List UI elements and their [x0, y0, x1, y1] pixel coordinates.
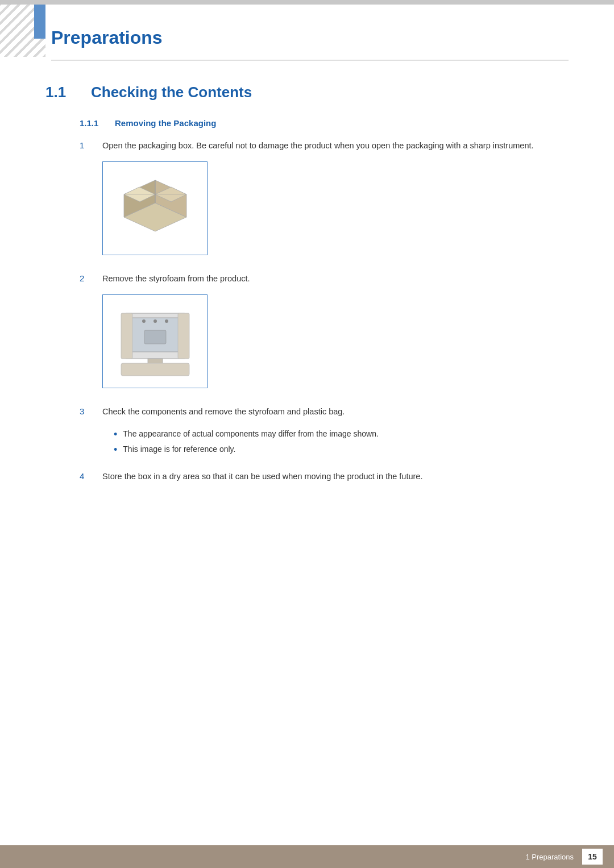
page-content: Preparations 1.1 Checking the Contents 1… [0, 5, 614, 549]
step-1-image [102, 161, 208, 255]
monitor-svg [113, 302, 198, 381]
footer-page-number: 15 [582, 849, 603, 865]
section-heading: 1.1 Checking the Contents [45, 84, 569, 101]
step-4-text: Store the box in a dry area so that it c… [102, 470, 569, 483]
step-4: 4 Store the box in a dry area so that it… [80, 470, 569, 492]
step-2-content: Remove the styrofoam from the product. [102, 272, 569, 394]
step-2-text: Remove the styrofoam from the product. [102, 272, 569, 285]
bullet-item-2: • This image is for reference only. [114, 443, 569, 455]
step-3: 3 Check the components and remove the st… [80, 405, 569, 458]
step-2-number: 2 [80, 272, 91, 283]
svg-rect-17 [144, 330, 166, 344]
box-svg [113, 172, 198, 246]
step-4-content: Store the box in a dry area so that it c… [102, 470, 569, 492]
steps-container: 1 Open the packaging box. Be careful not… [80, 139, 569, 492]
svg-rect-12 [121, 313, 132, 359]
step-1-text: Open the packaging box. Be careful not t… [102, 139, 569, 152]
page-footer: 1 Preparations 15 [0, 845, 614, 868]
bullet-dot-2: • [114, 445, 117, 455]
subsection-heading: 1.1.1 Removing the Packaging [80, 118, 569, 128]
svg-rect-11 [121, 363, 189, 376]
step-3-bullets: • The appearance of actual components ma… [114, 428, 569, 455]
footer-text: 1 Preparations [525, 853, 574, 861]
chapter-title: Preparations [51, 16, 569, 61]
bullet-text-1: The appearance of actual components may … [123, 428, 379, 440]
svg-point-16 [165, 319, 168, 323]
subsection-title: Removing the Packaging [115, 118, 216, 128]
step-1-number: 1 [80, 139, 91, 150]
bullet-dot-1: • [114, 429, 117, 439]
bullet-item-1: • The appearance of actual components ma… [114, 428, 569, 440]
step-3-number: 3 [80, 405, 91, 416]
svg-rect-13 [178, 313, 189, 359]
step-4-number: 4 [80, 470, 91, 481]
svg-point-14 [142, 319, 146, 323]
step-1: 1 Open the packaging box. Be careful not… [80, 139, 569, 261]
top-bar [0, 0, 614, 5]
step-3-content: Check the components and remove the styr… [102, 405, 569, 458]
step-1-content: Open the packaging box. Be careful not t… [102, 139, 569, 261]
bullet-text-2: This image is for reference only. [123, 443, 235, 455]
subsection-number: 1.1.1 [80, 118, 108, 128]
step-2-image [102, 294, 208, 388]
step-2: 2 Remove the styrofoam from the product. [80, 272, 569, 394]
section-number: 1.1 [45, 84, 80, 101]
step-3-text: Check the components and remove the styr… [102, 405, 569, 418]
section-title: Checking the Contents [91, 84, 252, 101]
svg-point-15 [154, 319, 157, 323]
